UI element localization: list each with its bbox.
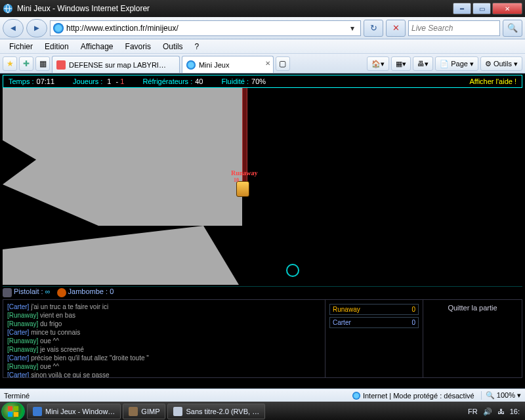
tools-menu-button[interactable]: ⚙ Outils ▾ xyxy=(480,56,522,71)
weapon-name: Jambombe : xyxy=(68,287,108,295)
search-box[interactable]: Live Search xyxy=(408,20,500,36)
taskbar-item[interactable]: GIMP xyxy=(123,404,165,419)
refresh-button[interactable]: ↻ xyxy=(364,20,383,37)
tab-close-icon[interactable]: ✕ xyxy=(265,60,270,67)
svg-rect-3 xyxy=(8,412,12,417)
map-wall xyxy=(3,88,242,226)
hud-time-label: Temps : xyxy=(9,77,34,85)
svg-rect-1 xyxy=(8,406,12,411)
home-button[interactable]: 🏠▾ xyxy=(367,56,389,71)
zoom-control[interactable]: 🔍 100% ▾ xyxy=(481,391,521,400)
page-favicon-icon xyxy=(53,23,64,33)
close-button[interactable]: ✕ xyxy=(492,3,522,14)
hud-fluid-value: 70% xyxy=(251,77,266,85)
ie-icon xyxy=(3,3,13,14)
chat-line: [Carter] sinon voilà ce qui se passe xyxy=(7,371,321,377)
search-placeholder: Live Search xyxy=(411,24,453,33)
chat-log[interactable]: [Carter] j'ai un truc a te faire voir ic… xyxy=(3,300,325,377)
hud-players-label: Joueurs : xyxy=(73,77,102,85)
taskbar-item-icon xyxy=(33,407,42,416)
page-menu-button[interactable]: 📄 Page ▾ xyxy=(435,56,478,71)
weapon-pistolait[interactable]: Pistolait : ∞ xyxy=(3,287,51,297)
tray-volume-icon[interactable]: 🔊 xyxy=(483,408,492,416)
player-hp: 10 xyxy=(234,177,239,183)
page-menu-label: Page xyxy=(451,60,468,68)
hud-fridge-value: 40 xyxy=(195,77,203,85)
page-content: Temps :07:11 Joueurs : 1 - 1 Réfrigérate… xyxy=(0,75,525,388)
url-field[interactable]: ▾ xyxy=(50,20,361,36)
hud-players-a: 1 xyxy=(107,77,111,85)
bottom-panel: [Carter] j'ai un truc a te faire voir ic… xyxy=(3,299,522,378)
quit-button[interactable]: Quitter la partie xyxy=(427,304,518,312)
game-viewport[interactable]: Runaway 10 xyxy=(3,88,522,285)
weapon-ammo: 0 xyxy=(110,287,114,295)
taskbar-item-icon xyxy=(173,407,182,416)
tab-defense[interactable]: DEFENSE sur map LABYRI… xyxy=(52,56,180,73)
menu-bar: Fichier Edition Affichage Favoris Outils… xyxy=(0,39,525,54)
search-go-button[interactable]: 🔍 xyxy=(503,20,522,37)
quit-box: Quitter la partie xyxy=(423,300,522,377)
tray-clock[interactable]: 16: xyxy=(510,408,520,415)
tools-menu-label: Outils xyxy=(494,60,512,68)
menu-edit[interactable]: Edition xyxy=(39,41,74,52)
tab-label: DEFENSE sur map LABYRI… xyxy=(69,61,166,69)
ie-status-bar: Terminé Internet | Mode protégé : désact… xyxy=(0,388,525,402)
url-dropdown-icon[interactable]: ▾ xyxy=(347,24,358,33)
address-bar: ◄ ► ▾ ↻ ✕ Live Search 🔍 xyxy=(0,17,525,39)
svg-rect-4 xyxy=(14,412,18,417)
score-box: Runaway0Carter0 xyxy=(325,300,423,377)
taskbar-item[interactable]: Mini Jeux - Window… xyxy=(27,404,121,419)
windows-taskbar: Mini Jeux - Window…GIMPSans titre-2.0 (R… xyxy=(0,402,525,420)
pistolait-icon xyxy=(3,288,12,297)
tab-favicon-icon xyxy=(56,60,66,70)
game-hud: Temps :07:11 Joueurs : 1 - 1 Réfrigérate… xyxy=(3,75,522,88)
jambombe-icon xyxy=(57,288,66,297)
window-titlebar: Mini Jeux - Windows Internet Explorer ━ … xyxy=(0,0,525,17)
hud-help-link[interactable]: Afficher l'aide ! xyxy=(469,78,516,85)
forward-button[interactable]: ► xyxy=(26,19,47,37)
maximize-button[interactable]: ▭ xyxy=(472,3,491,14)
minimize-button[interactable]: ━ xyxy=(453,3,471,14)
tab-minijeux[interactable]: Mini Jeux ✕ xyxy=(182,56,274,73)
svg-rect-2 xyxy=(14,406,18,411)
taskbar-item-icon xyxy=(129,407,138,416)
security-zone[interactable]: Internet | Mode protégé : désactivé xyxy=(352,392,474,400)
hud-fridge-label: Réfrigérateurs : xyxy=(142,77,192,85)
back-button[interactable]: ◄ xyxy=(3,19,24,37)
chat-line: [Runaway] oue ^^ xyxy=(7,337,321,345)
windows-logo-icon xyxy=(7,406,19,417)
print-button[interactable]: 🖶▾ xyxy=(413,56,433,71)
quick-tabs-icon[interactable]: ▦ xyxy=(35,56,50,71)
player-name: Runaway xyxy=(231,169,258,177)
taskbar-item[interactable]: Sans titre-2.0 (RVB, … xyxy=(167,404,265,419)
chat-line: [Runaway] vient en bas xyxy=(7,311,321,320)
tab-bar: ★ ✚ ▦ DEFENSE sur map LABYRI… Mini Jeux … xyxy=(0,54,525,74)
chat-line: [Carter] j'ai un truc a te faire voir ic… xyxy=(7,303,321,311)
hud-players-sep: - xyxy=(114,77,120,85)
menu-fav[interactable]: Favoris xyxy=(120,41,156,52)
cursor-ring-icon xyxy=(286,264,299,277)
weapon-jambombe[interactable]: Jambombe : 0 xyxy=(57,287,114,297)
tray-network-icon[interactable]: 🖧 xyxy=(497,408,505,415)
weapon-name: Pistolait : xyxy=(14,287,43,295)
feeds-button[interactable]: ▦▾ xyxy=(391,56,411,71)
menu-view[interactable]: Affichage xyxy=(75,41,119,52)
stop-button[interactable]: ✕ xyxy=(386,20,406,37)
player-sprite: Runaway 10 xyxy=(236,181,251,198)
hud-players-b: 1 xyxy=(120,77,124,85)
menu-help[interactable]: ? xyxy=(190,41,205,52)
add-favorite-icon[interactable]: ✚ xyxy=(19,56,33,71)
zoom-value: 100% xyxy=(497,391,515,399)
start-button[interactable] xyxy=(1,402,25,420)
favorites-star-icon[interactable]: ★ xyxy=(3,56,17,71)
zone-label: Internet | Mode protégé : désactivé xyxy=(363,392,474,400)
weapon-ammo: ∞ xyxy=(45,287,51,295)
menu-file[interactable]: Fichier xyxy=(4,41,38,52)
map-wall xyxy=(3,226,239,285)
new-tab-button[interactable]: ▢ xyxy=(276,56,290,71)
menu-tools[interactable]: Outils xyxy=(158,41,188,52)
system-tray[interactable]: FR 🔊 🖧 16: xyxy=(468,408,524,416)
url-input[interactable] xyxy=(66,24,347,33)
chat-line: [Carter] précise bien qu'il faut allez "… xyxy=(7,354,321,362)
tray-lang[interactable]: FR xyxy=(468,408,478,415)
